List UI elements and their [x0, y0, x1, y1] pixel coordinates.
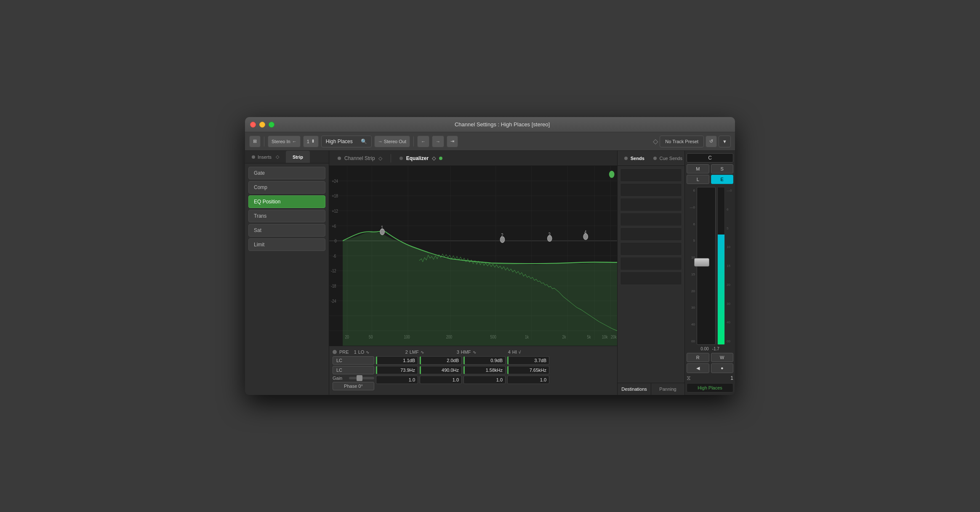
send-slot-8[interactable] [620, 272, 682, 285]
meter-scale-right: —0 6 5 10 15 20 30 40 00 [727, 187, 733, 345]
pre-dot[interactable] [333, 350, 337, 354]
traffic-lights [250, 122, 274, 128]
band4-freq-value[interactable]: 7.65kHz [507, 366, 549, 374]
send-slot-1[interactable] [620, 168, 682, 182]
inserts-diamond: ◇ [276, 154, 279, 160]
minimize-button[interactable] [259, 122, 265, 128]
channel-name-btn[interactable]: High Places 🔍 [321, 136, 372, 147]
trans-label: Trans [254, 213, 266, 219]
eq-position-label: EQ Position [254, 199, 280, 205]
link-icon: ⧖ [687, 374, 691, 381]
close-button[interactable] [250, 122, 256, 128]
tab-strip[interactable]: Strip [286, 151, 310, 163]
panning-btn[interactable]: Panning [651, 383, 684, 395]
send-slot-5[interactable] [620, 227, 682, 241]
band2-gain-value[interactable]: 2.0dB [420, 356, 462, 365]
band3-gain-value[interactable]: 0.9dB [463, 356, 506, 365]
band4-type: HI [512, 349, 517, 355]
tab-cue-sends[interactable]: Cue Sends [651, 152, 685, 164]
svg-text:1: 1 [381, 225, 383, 231]
insert-comp[interactable]: Comp [248, 181, 325, 194]
phase-box[interactable]: Phase 0° [333, 382, 374, 390]
mixer-icon-btn[interactable]: ⊞ [249, 136, 261, 147]
insert-sat[interactable]: Sat [248, 224, 325, 237]
band3-freq-value[interactable]: 1.58kHz [463, 366, 506, 374]
input-btn[interactable]: Stereo In ← [268, 136, 301, 147]
send-slot-3[interactable] [620, 198, 682, 211]
insert-trans[interactable]: Trans [248, 210, 325, 222]
send-slot-2[interactable] [620, 183, 682, 197]
center-btn[interactable]: C [687, 153, 733, 163]
m-btn[interactable]: M [687, 164, 709, 173]
svg-text:3: 3 [548, 231, 550, 237]
l-btn[interactable]: L [687, 175, 709, 184]
fullscreen-button[interactable] [269, 122, 274, 128]
insert-gate[interactable]: Gate [248, 167, 325, 179]
w-btn[interactable]: W [711, 353, 734, 362]
nav-back-btn[interactable]: ← [417, 136, 429, 147]
s-btn[interactable]: S [711, 164, 734, 173]
send-slot-7[interactable] [620, 257, 682, 270]
lc2-box[interactable]: LC [333, 366, 374, 374]
play-btn[interactable]: ◀ [687, 363, 709, 373]
pre-controls: LC LC Gain Phase 0° [333, 356, 374, 390]
separator2 [413, 136, 414, 147]
channel-strip-label: Channel Strip [344, 155, 375, 161]
tab-channel-strip[interactable]: Channel Strip ◇ [329, 152, 391, 165]
insert-limit[interactable]: Limit [248, 238, 325, 251]
chevron-down-icon: ▼ [722, 139, 727, 144]
eq-display[interactable]: +24 +18 +12 +6 0 -6 -12 -18 -24 20 50 10… [329, 166, 617, 346]
fader-track[interactable] [697, 187, 716, 345]
fader-area: 6 —0 6 5 10 15 20 30 40 00 [687, 187, 733, 345]
gain-slider[interactable] [349, 377, 374, 379]
output-btn[interactable]: → Stereo Out [374, 136, 410, 147]
send-slot-4[interactable] [620, 213, 682, 226]
band1-q-value[interactable]: 1.0 [376, 376, 418, 384]
fader-thumb[interactable] [694, 258, 709, 267]
r-btn[interactable]: R [687, 353, 709, 362]
route-btn[interactable]: ⇥ [447, 136, 458, 147]
destinations-btn[interactable]: Destinations [618, 383, 651, 395]
search-icon: 🔍 [361, 139, 367, 144]
eq-band-4: 4 HI √ [508, 349, 554, 355]
band4-gain-value[interactable]: 3.7dB [507, 356, 549, 365]
svg-text:-12: -12 [331, 268, 336, 273]
panel-tabs: Inserts ◇ Strip [245, 151, 329, 163]
lc1-box[interactable]: LC [333, 356, 374, 365]
inserts-panel: Inserts ◇ Strip Gate Comp EQ Position [245, 151, 329, 395]
preset-btn[interactable]: No Track Preset [660, 136, 704, 147]
meter-db-value: -1.7 [712, 347, 719, 351]
band3-q-value[interactable]: 1.0 [463, 376, 506, 384]
band1-gain-value[interactable]: 1.1dB [376, 356, 418, 365]
band2-freq-value[interactable]: 490.0Hz [420, 366, 462, 374]
send-slot-6[interactable] [620, 242, 682, 256]
fader-db-value: 0.00 [700, 347, 708, 351]
insert-eq-position[interactable]: EQ Position [248, 195, 325, 208]
svg-text:-24: -24 [331, 298, 336, 303]
preset-dropdown-btn[interactable]: ▼ [719, 136, 731, 147]
band2-q-value[interactable]: 1.0 [420, 376, 462, 384]
tab-inserts[interactable]: Inserts ◇ [245, 151, 286, 163]
channel-num-btn[interactable]: 1 ⬍ [303, 136, 319, 147]
tab-sends[interactable]: Sends [618, 152, 651, 164]
nav-forward-btn[interactable]: → [432, 136, 444, 147]
comp-label: Comp [254, 184, 267, 190]
band2-values: 2.0dB 490.0Hz 1.0 [420, 356, 462, 384]
forward-arrow-icon: → [436, 139, 440, 144]
titlebar: Channel Settings : High Places [stereo] [245, 117, 735, 132]
svg-text:0: 0 [335, 238, 337, 243]
rec-btn[interactable]: ● [711, 363, 734, 373]
preset-refresh-btn[interactable]: ↺ [706, 136, 717, 147]
gain-values-row: LC LC Gain Phase 0° [333, 356, 614, 390]
band4-q-value[interactable]: 1.0 [507, 376, 549, 384]
insert-list: Gate Comp EQ Position Trans Sat Limit [245, 163, 329, 254]
eq-diamond: ◇ [432, 155, 436, 161]
band1-freq-value[interactable]: 73.9Hz [376, 366, 418, 374]
channel-strip-dot [338, 157, 341, 160]
tab-equalizer[interactable]: Equalizer ◇ [391, 152, 451, 165]
e-btn[interactable]: E [711, 175, 734, 184]
eq-dot [399, 157, 403, 160]
svg-text:-6: -6 [333, 253, 336, 259]
gain-thumb[interactable] [357, 375, 362, 381]
meter-fill [718, 235, 724, 344]
